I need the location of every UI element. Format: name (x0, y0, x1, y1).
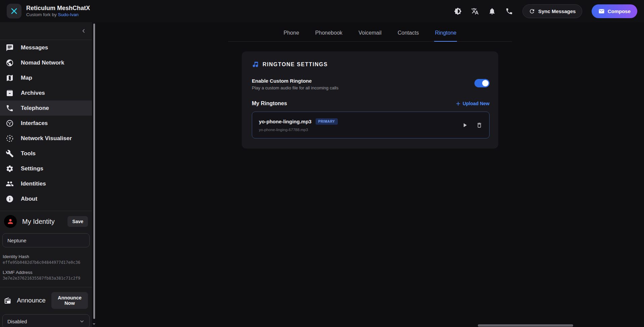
notifications-bell-icon[interactable] (488, 7, 496, 15)
sync-messages-label: Sync Messages (538, 8, 576, 14)
app-subtitle: Custom fork by Sudo-Ivan (26, 12, 90, 18)
sidebar-item-telephone[interactable]: Telephone (0, 100, 92, 116)
avatar (4, 215, 17, 228)
ringtone-info: yo-phone-linging.mp3 PRIMARY yo-phone-li… (259, 118, 338, 132)
announce-interval-select[interactable]: Disabled (2, 314, 90, 327)
archive-icon (6, 89, 14, 97)
my-ringtones-header: My Ringtones Upload New (252, 100, 490, 107)
wrench-icon (6, 150, 14, 158)
phone-call-icon[interactable] (505, 7, 513, 15)
enable-custom-ringtone-description: Play a custom audio file for all incomin… (252, 85, 338, 90)
sidebar-item-label: Interfaces (21, 120, 48, 127)
ringtone-actions (462, 122, 482, 128)
sidebar-item-map[interactable]: Map (0, 70, 92, 85)
sidebar-item-label: Tools (21, 150, 36, 157)
main-content: Phone Phonebook Voicemail Contacts Ringt… (96, 22, 644, 327)
toggle-knob (482, 80, 489, 86)
mail-icon (598, 8, 605, 14)
announce-interval-value: Disabled (7, 319, 27, 324)
sidebar-item-label: Nomad Network (21, 59, 64, 66)
enable-custom-ringtone-label: Enable Custom Ringtone (252, 78, 338, 84)
sidebar-scrollbar-thumb[interactable] (93, 24, 95, 319)
sidebar-collapse-row (0, 22, 92, 40)
save-button[interactable]: Save (67, 216, 88, 227)
sidebar: Messages Nomad Network Map Archives Tele… (0, 22, 92, 327)
identity-name-input[interactable] (2, 233, 90, 247)
subtitle-author-link[interactable]: Sudo-Ivan (58, 12, 79, 17)
enable-custom-ringtone-toggle[interactable] (474, 79, 490, 87)
play-icon[interactable] (462, 122, 468, 128)
theme-toggle-icon[interactable] (454, 7, 462, 15)
lxmf-address-label: LXMF Address (3, 270, 89, 275)
plus-icon (456, 101, 461, 106)
app-header: Reticulum MeshChatX Custom fork by Sudo-… (0, 0, 644, 22)
announce-now-button[interactable]: Announce Now (51, 292, 88, 309)
upload-new-link[interactable]: Upload New (456, 101, 490, 106)
lxmf-address-value: 3e7e2e37621635587fb83a381c71c2f9 (3, 276, 89, 281)
music-note-icon (252, 61, 259, 68)
info-icon (6, 195, 14, 203)
enable-text-block: Enable Custom Ringtone Play a custom aud… (252, 78, 338, 90)
app-title-block: Reticulum MeshChatX Custom fork by Sudo-… (26, 4, 90, 18)
upload-new-label: Upload New (463, 101, 490, 106)
compose-label: Compose (608, 8, 631, 14)
header-actions: Sync Messages Compose (454, 4, 637, 18)
tab-voicemail[interactable]: Voicemail (358, 30, 382, 41)
sidebar-item-label: Archives (21, 90, 45, 96)
map-icon (6, 74, 14, 82)
network-icon: ? (6, 134, 14, 142)
sidebar-divider-announce (0, 287, 92, 287)
logo-x-icon (10, 7, 18, 15)
telephone-tabs: Phone Phonebook Voicemail Contacts Ringt… (228, 22, 512, 42)
sidebar-item-identities[interactable]: Identities (0, 176, 92, 191)
ringtone-name: yo-phone-linging.mp3 (259, 119, 312, 124)
chevron-left-icon[interactable] (81, 28, 87, 34)
sidebar-item-interfaces[interactable]: Interfaces (0, 116, 92, 131)
sidebar-item-about[interactable]: About (0, 191, 92, 206)
tab-contacts[interactable]: Contacts (397, 30, 419, 41)
chat-icon (6, 44, 14, 52)
compose-button[interactable]: Compose (592, 4, 637, 18)
primary-badge: PRIMARY (316, 118, 338, 125)
sidebar-item-label: Settings (21, 165, 43, 172)
tab-phone[interactable]: Phone (283, 30, 300, 41)
sidebar-item-network-visualiser[interactable]: ? Network Visualiser (0, 131, 92, 146)
sidebar-item-settings[interactable]: Settings (0, 161, 92, 176)
card-title: RINGTONE SETTINGS (263, 62, 328, 68)
sidebar-item-label: Telephone (21, 105, 49, 112)
chevron-down-icon (79, 319, 85, 324)
sidebar-item-archives[interactable]: Archives (0, 85, 92, 100)
horizontal-scrollbar-thumb[interactable] (478, 324, 573, 327)
identity-hash-block: Identity Hash effe95b0482d7b6c04844977d1… (0, 247, 92, 265)
translate-icon[interactable] (471, 7, 479, 15)
radio-icon (4, 296, 11, 305)
ringtone-filename: yo-phone-linging-67788.mp3 (259, 128, 338, 132)
scrollbar-down-arrow-icon[interactable] (93, 323, 95, 325)
sidebar-scrollbar[interactable] (92, 22, 96, 327)
sidebar-item-messages[interactable]: Messages (0, 40, 92, 55)
announce-row: Announce Announce Now (4, 292, 88, 309)
sidebar-item-nomad-network[interactable]: Nomad Network (0, 55, 92, 70)
identity-hash-label: Identity Hash (3, 254, 89, 259)
sidebar-item-label: Network Visualiser (21, 135, 72, 142)
tab-phonebook[interactable]: Phonebook (315, 30, 343, 41)
sync-messages-button[interactable]: Sync Messages (522, 4, 582, 18)
app-title: Reticulum MeshChatX (26, 4, 90, 12)
sidebar-item-tools[interactable]: Tools (0, 146, 92, 161)
globe-icon (6, 59, 14, 67)
ringtone-name-row: yo-phone-linging.mp3 PRIMARY (259, 118, 338, 125)
sidebar-divider-identity (0, 211, 92, 211)
ringtone-settings-card: RINGTONE SETTINGS Enable Custom Ringtone… (242, 51, 498, 149)
card-title-row: RINGTONE SETTINGS (252, 61, 490, 68)
enable-custom-ringtone-row: Enable Custom Ringtone Play a custom aud… (252, 78, 490, 90)
subtitle-text: Custom fork by (26, 12, 58, 17)
people-icon (6, 180, 14, 188)
tab-ringtone[interactable]: Ringtone (434, 30, 457, 42)
phone-icon (6, 104, 14, 112)
trash-icon[interactable] (476, 122, 482, 128)
lxmf-address-block: LXMF Address 3e7e2e37621635587fb83a381c7… (0, 265, 92, 281)
my-identity-title: My Identity (22, 218, 55, 226)
sidebar-item-label: Map (21, 75, 32, 81)
gear-icon (6, 165, 14, 173)
app-logo[interactable] (7, 4, 21, 18)
